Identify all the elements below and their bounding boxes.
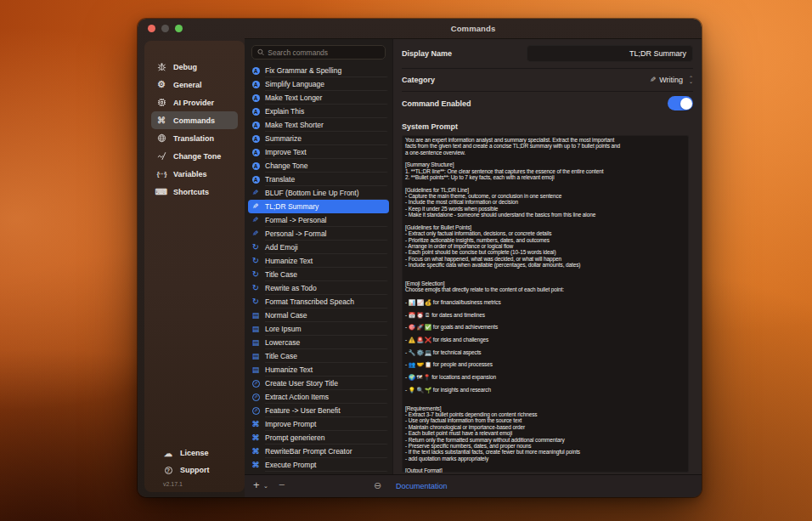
command-item-add-emoji[interactable]: ↻Add Emoji xyxy=(248,241,389,254)
circle-a-icon: A xyxy=(251,81,260,88)
circle-minus-icon[interactable]: ⊖ xyxy=(374,480,381,491)
command-item-create-user-story-title[interactable]: ✎Create User Story Title xyxy=(248,377,389,390)
command-item-translate[interactable]: ATranslate xyxy=(248,173,389,186)
stepper-icon: ⌃⌄ xyxy=(689,76,693,84)
command-item-label: Lowercase xyxy=(265,338,300,347)
command-item-execute-prompt[interactable]: ⌘Execute Prompt xyxy=(248,458,389,472)
sidebar-item-label: General xyxy=(173,81,202,89)
display-name-field[interactable]: TL;DR Summary xyxy=(527,45,693,62)
sidebar-item-commands[interactable]: ⌘Commands xyxy=(151,111,238,129)
search-input[interactable] xyxy=(268,48,380,57)
command-item-make-text-longer[interactable]: AMake Text Longer xyxy=(248,91,389,105)
pencil-circle-icon: ✎ xyxy=(251,407,260,415)
command-item-label: Create User Story Title xyxy=(265,379,338,388)
braces-icon: {⋯} xyxy=(156,170,166,178)
bottom-bar: + ⌄ − ⊖ Documentation xyxy=(245,474,702,497)
command-item-label: Title Case xyxy=(265,270,297,279)
sidebar-item-license[interactable]: ☁License xyxy=(158,445,231,462)
command-item-lore-ipsum[interactable]: ▤Lore Ipsum xyxy=(248,322,389,336)
remove-command-button[interactable]: − xyxy=(279,479,285,491)
command-icon: ⌘ xyxy=(251,433,260,442)
sidebar-item-variables[interactable]: {⋯}Variables xyxy=(151,165,238,183)
sidebar: Debug⚙GeneralAI Provider⌘CommandsTransla… xyxy=(144,41,245,492)
sidebar-item-label: Translation xyxy=(173,134,214,143)
command-item-humanize-text[interactable]: ▤Humanize Text xyxy=(248,363,389,377)
command-item-label: BLUF (Bottom Line Up Front) xyxy=(265,189,359,197)
command-item-simplify-language[interactable]: ASimplify Language xyxy=(248,77,389,91)
command-item-formal-personal[interactable]: ✎Formal -> Personal xyxy=(248,213,389,227)
command-item-label: Explain This xyxy=(265,107,304,116)
sidebar-nav: Debug⚙GeneralAI Provider⌘CommandsTransla… xyxy=(144,41,245,201)
circle-a-icon: A xyxy=(251,67,260,75)
command-item-fix-grammar-spelling[interactable]: AFix Grammar & Spelling xyxy=(248,64,389,77)
command-item-format-transcribed-speach[interactable]: ↻Format Transcribed Speach xyxy=(248,295,389,309)
command-item-label: Normal Case xyxy=(265,311,307,320)
command-item-summarize[interactable]: ASummarize xyxy=(248,132,389,145)
command-item-make-text-shorter[interactable]: AMake Text Shorter xyxy=(248,118,389,132)
system-prompt-text: You are an expert information analyst an… xyxy=(405,137,685,473)
command-enabled-label: Command Enabled xyxy=(402,99,471,108)
command-item-normal-case[interactable]: ▤Normal Case xyxy=(248,309,389,322)
zoom-button[interactable] xyxy=(175,25,183,32)
add-command-button[interactable]: + xyxy=(253,479,260,491)
command-item-improve-prompt[interactable]: ⌘Improve Prompt xyxy=(248,417,389,431)
command-item-rewritebar-prompt-creator[interactable]: ⌘RewriteBar Prompt Creator xyxy=(248,445,389,458)
pencil-circle-icon: ✎ xyxy=(251,394,260,401)
tone-icon xyxy=(156,151,166,161)
command-enabled-toggle[interactable] xyxy=(668,96,693,110)
search-field[interactable] xyxy=(251,45,386,59)
command-item-tl-dr-summary[interactable]: ✎TL;DR Summary xyxy=(248,200,389,213)
circle-a-icon: A xyxy=(251,162,260,170)
command-item-prompt-generieren[interactable]: ⌘Prompt generieren xyxy=(248,431,389,445)
refresh-icon: ↻ xyxy=(251,297,260,306)
sidebar-item-ai-provider[interactable]: AI Provider xyxy=(151,93,238,111)
sidebar-footer: ☁License?Support v2.17.1 xyxy=(151,445,238,487)
command-item-change-tone[interactable]: AChange Tone xyxy=(248,159,389,173)
toggle-knob xyxy=(680,98,692,110)
command-item-title-case[interactable]: ▤Title Case xyxy=(248,349,389,363)
sidebar-item-translation[interactable]: Translation xyxy=(151,129,238,147)
minimize-button[interactable] xyxy=(161,25,169,32)
close-button[interactable] xyxy=(148,25,155,32)
sidebar-item-shortcuts[interactable]: ⌨Shortcuts xyxy=(151,183,238,201)
command-item-improve-text[interactable]: AImprove Text xyxy=(248,145,389,159)
circle-a-icon: A xyxy=(251,108,260,116)
command-item-label: Make Text Shorter xyxy=(265,121,324,129)
command-item-personal-formal[interactable]: ✎Personal -> Formal xyxy=(248,227,389,241)
command-item-label: Rewrite as Todo xyxy=(265,284,317,292)
search-icon xyxy=(257,48,264,56)
circle-a-icon: A xyxy=(251,94,260,102)
sidebar-item-label: Debug xyxy=(173,63,197,71)
textbox-icon: ▤ xyxy=(251,338,260,347)
app-version: v2.17.1 xyxy=(163,481,238,487)
title-bar[interactable]: Commands xyxy=(138,19,702,38)
command-item-lowercase[interactable]: ▤Lowercase xyxy=(248,336,389,349)
sidebar-item-label: Support xyxy=(180,466,210,474)
command-item-rewrite-as-todo[interactable]: ↻Rewrite as Todo xyxy=(248,281,389,295)
command-icon: ⌘ xyxy=(251,461,260,469)
sidebar-item-general[interactable]: ⚙General xyxy=(151,76,238,93)
command-item-explain-this[interactable]: AExplain This xyxy=(248,105,389,118)
command-item-extract-action-items[interactable]: ✎Extract Action Items xyxy=(248,390,389,404)
command-item-bluf-bottom-line-up-front[interactable]: ✎BLUF (Bottom Line Up Front) xyxy=(248,186,389,200)
system-prompt-editor[interactable]: You are an expert information analyst an… xyxy=(402,135,689,473)
display-name-label: Display Name xyxy=(402,49,452,58)
sidebar-item-support[interactable]: ?Support xyxy=(158,462,231,479)
sidebar-item-label: AI Provider xyxy=(173,99,214,107)
commands-window: Commands Debug⚙GeneralAI Provider⌘Comman… xyxy=(138,19,702,497)
command-item-label: RewriteBar Prompt Creator xyxy=(265,447,352,456)
add-command-chevron-icon[interactable]: ⌄ xyxy=(263,483,268,490)
command-item-label: Improve Prompt xyxy=(265,420,316,428)
documentation-link[interactable]: Documentation xyxy=(396,482,448,490)
pencil-icon: ✎ xyxy=(251,189,260,197)
sidebar-item-debug[interactable]: Debug xyxy=(151,58,238,76)
command-list: AFix Grammar & SpellingASimplify Languag… xyxy=(245,64,392,472)
sidebar-item-change-tone[interactable]: Change Tone xyxy=(151,147,238,165)
category-value: Writing xyxy=(659,76,683,84)
command-item-label: Summarize xyxy=(265,134,302,143)
category-dropdown[interactable]: ✎ Writing ⌃⌄ xyxy=(650,76,693,84)
pencil-icon: ✎ xyxy=(251,216,260,224)
command-item-feature-user-benefit[interactable]: ✎Feature -> User Benefit xyxy=(248,404,389,417)
command-item-title-case[interactable]: ↻Title Case xyxy=(248,268,389,281)
command-item-humanize-text[interactable]: ↻Humanize Text xyxy=(248,254,389,268)
